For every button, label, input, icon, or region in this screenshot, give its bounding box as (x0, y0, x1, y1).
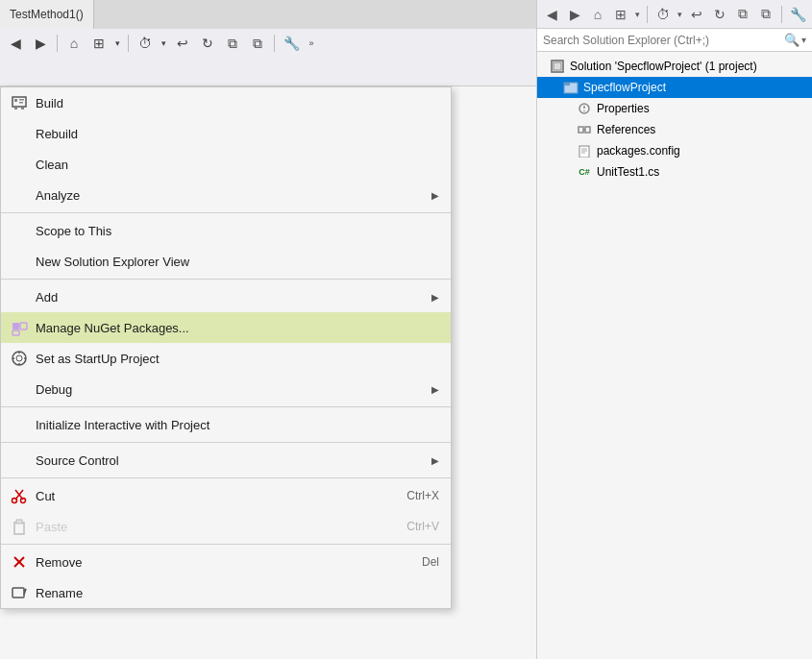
svg-rect-18 (14, 108, 17, 110)
add-icon (9, 286, 30, 307)
remove-label: Remove (36, 555, 403, 570)
svg-rect-37 (12, 588, 24, 598)
paste-shortcut: Ctrl+V (406, 520, 439, 533)
se-properties-btn[interactable]: ⧉ (755, 4, 776, 25)
solution-tree: Solution 'SpecflowProject' (1 project) S… (537, 52, 812, 186)
sourcecontrol-icon (9, 450, 30, 471)
initialize-icon (9, 414, 30, 435)
svg-rect-20 (12, 323, 19, 330)
packages-label: packages.config (597, 144, 680, 158)
sourcecontrol-arrow: ▶ (431, 455, 439, 466)
svg-point-24 (16, 355, 22, 361)
menu-analyze[interactable]: Analyze ▶ (1, 180, 451, 210)
tree-project-node[interactable]: SpecflowProject (537, 77, 812, 98)
menu-newsolution[interactable]: New Solution Explorer View (1, 246, 451, 277)
search-input[interactable] (543, 34, 784, 47)
svg-rect-3 (564, 83, 570, 85)
se-sync-dropdown[interactable]: ▾ (632, 4, 642, 25)
se-home-btn[interactable]: ⌂ (587, 4, 608, 25)
debug-arrow: ▶ (431, 384, 439, 395)
stack-button[interactable]: ⧉ (221, 32, 244, 55)
menu-scope[interactable]: Scope to This (1, 215, 451, 246)
solution-explorer-panel: ◀ ▶ ⌂ ⊞ ▾ ⏱ ▾ ↩ ↻ ⧉ ⧉ 🔧 🔍 ▾ (536, 0, 812, 659)
svg-rect-15 (14, 99, 17, 102)
build-icon (9, 92, 30, 113)
menu-clean[interactable]: Clean (1, 149, 451, 180)
menu-cut[interactable]: Cut Ctrl+X (1, 480, 451, 511)
analyze-label: Analyze (36, 188, 422, 203)
menu-build[interactable]: Build (1, 87, 451, 118)
cut-icon (9, 485, 30, 506)
se-back-btn[interactable]: ◀ (541, 4, 562, 25)
tree-properties-node[interactable]: Properties (537, 98, 812, 119)
unittest-label: UnitTest1.cs (597, 165, 659, 179)
solution-label: Solution 'SpecflowProject' (1 project) (570, 60, 757, 73)
se-toolbar: ◀ ▶ ⌂ ⊞ ▾ ⏱ ▾ ↩ ↻ ⧉ ⧉ 🔧 (537, 0, 812, 29)
menu-rebuild[interactable]: Rebuild (1, 118, 451, 149)
back-button[interactable]: ◀ (4, 32, 27, 55)
cut-shortcut: Ctrl+X (406, 489, 439, 502)
debug-label: Debug (36, 382, 422, 397)
menu-rename[interactable]: Rename (1, 577, 451, 608)
menu-nuget[interactable]: Manage NuGet Packages... (1, 312, 451, 343)
references-icon (576, 121, 593, 138)
undo-button[interactable]: ↩ (171, 32, 194, 55)
clean-icon (9, 154, 30, 175)
tree-solution-node[interactable]: Solution 'SpecflowProject' (1 project) (537, 56, 812, 77)
tree-references-node[interactable]: References (537, 119, 812, 140)
menu-startup[interactable]: Set as StartUp Project (1, 343, 451, 374)
clean-label: Clean (36, 158, 439, 172)
properties-icon (576, 100, 593, 117)
debug-icon (9, 378, 30, 400)
settings-button[interactable]: 🔧 (280, 32, 303, 55)
svg-rect-22 (12, 330, 19, 335)
svg-rect-17 (19, 102, 23, 104)
forward-button[interactable]: ▶ (29, 32, 52, 55)
sep2 (128, 35, 129, 52)
se-sep1 (647, 6, 648, 23)
context-menu: Build Rebuild Clean Analyze ▶ Scope to T… (0, 86, 452, 609)
refresh-button[interactable]: ↻ (196, 32, 219, 55)
search-dropdown[interactable]: ▾ (801, 35, 806, 45)
menu-add[interactable]: Add ▶ (1, 281, 451, 312)
packages-icon (576, 142, 593, 159)
se-collapse-btn[interactable]: ⧉ (732, 4, 753, 25)
svg-point-32 (21, 499, 26, 503)
separator-5 (1, 477, 451, 478)
menu-debug[interactable]: Debug ▶ (1, 374, 451, 404)
tab-testmethod[interactable]: TestMethod1() (0, 0, 94, 29)
clipboard-dropdown[interactable]: ▾ (111, 32, 123, 55)
initialize-label: Initialize Interactive with Project (36, 418, 439, 432)
search-icon: 🔍 (784, 33, 800, 47)
se-undo-btn[interactable]: ↩ (686, 4, 707, 25)
separator-3 (1, 406, 451, 407)
tree-unittest-node[interactable]: C# UnitTest1.cs (537, 161, 812, 183)
cut-label: Cut (36, 489, 387, 503)
build-label: Build (36, 96, 439, 110)
newsolution-icon (9, 251, 30, 272)
menu-initialize[interactable]: Initialize Interactive with Project (1, 409, 451, 440)
timer-dropdown[interactable]: ▾ (158, 32, 169, 55)
se-forward-btn[interactable]: ▶ (564, 4, 585, 25)
se-filter-btn[interactable]: ⏱ (652, 4, 674, 25)
separator-6 (1, 544, 451, 545)
svg-rect-7 (578, 127, 583, 133)
svg-point-23 (12, 352, 26, 365)
copy2-button[interactable]: ⧉ (246, 32, 269, 55)
menu-paste[interactable]: Paste Ctrl+V (1, 511, 451, 542)
more-button[interactable]: » (305, 32, 318, 55)
se-sync-btn[interactable]: ⊞ (610, 4, 631, 25)
scope-label: Scope to This (36, 224, 439, 238)
menu-remove[interactable]: Remove Del (1, 547, 451, 577)
se-refresh-btn[interactable]: ↻ (709, 4, 730, 25)
home-button[interactable]: ⌂ (62, 32, 86, 55)
timer-button[interactable]: ⏱ (134, 32, 157, 55)
scope-icon (9, 220, 30, 241)
tree-packages-node[interactable]: packages.config (537, 140, 812, 161)
clipboard-button[interactable]: ⊞ (87, 32, 111, 55)
menu-sourcecontrol[interactable]: Source Control ▶ (1, 445, 451, 476)
se-settings-btn[interactable]: 🔧 (787, 4, 808, 25)
se-filter-dropdown[interactable]: ▾ (675, 4, 684, 25)
search-bar: 🔍 ▾ (537, 29, 812, 52)
properties-label: Properties (597, 102, 650, 115)
